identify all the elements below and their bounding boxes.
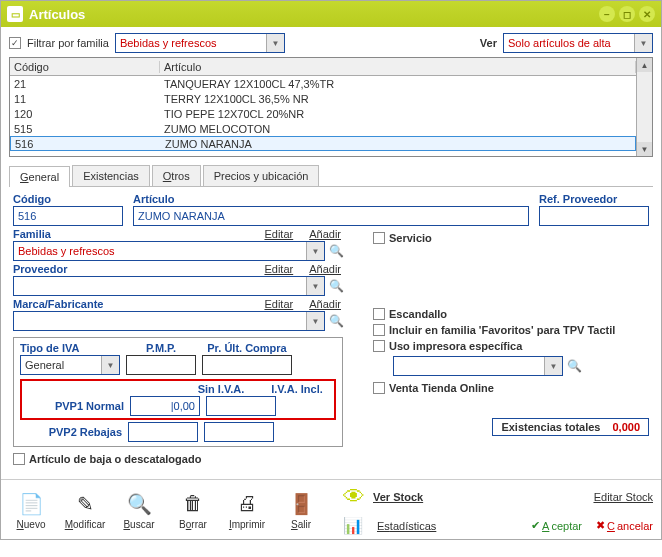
tab-precios[interactable]: Precios y ubicación — [203, 165, 320, 186]
sin-iva-label: Sin I.V.A. — [186, 383, 256, 395]
baja-label: Artículo de baja o descatalogado — [29, 453, 201, 465]
ref-proveedor-label: Ref. Proveedor — [539, 193, 649, 205]
borrar-button[interactable]: 🗑Borrar — [171, 490, 215, 530]
pvp1-label: PVP1 Normal — [24, 400, 124, 412]
pvp2-label: PVP2 Rebajas — [20, 426, 122, 438]
chevron-down-icon: ▼ — [266, 34, 284, 52]
escandallo-checkbox[interactable] — [373, 308, 385, 320]
articulo-input[interactable]: ZUMO NARANJA — [133, 206, 529, 226]
pvp2-sin-iva-input[interactable] — [128, 422, 198, 442]
table-row-selected[interactable]: 516ZUMO NARANJA — [10, 136, 636, 151]
cancelar-button[interactable]: ✖Cancelar — [596, 519, 653, 532]
proveedor-anadir-link[interactable]: Añadir — [309, 263, 341, 276]
articulo-label: Artículo — [133, 193, 529, 205]
baja-checkbox[interactable] — [13, 453, 25, 465]
tienda-online-checkbox[interactable] — [373, 382, 385, 394]
ref-proveedor-input[interactable] — [539, 206, 649, 226]
modificar-button[interactable]: ✎Modificar — [63, 490, 107, 530]
tab-existencias[interactable]: Existencias — [72, 165, 150, 186]
aceptar-button[interactable]: ✔Aceptar — [531, 519, 582, 532]
salir-button[interactable]: 🚪Salir — [279, 490, 323, 530]
chevron-down-icon: ▼ — [306, 242, 324, 260]
maximize-button[interactable]: ◻ — [619, 6, 635, 22]
ver-label: Ver — [480, 37, 497, 49]
chevron-down-icon: ▼ — [634, 34, 652, 52]
pmp-label: P.M.P. — [126, 342, 196, 354]
marca-editar-link[interactable]: Editar — [264, 298, 293, 311]
imprimir-button[interactable]: 🖨Imprimir — [225, 490, 269, 530]
articles-table: Código Artículo 21TANQUERAY 12X100CL 47,… — [9, 57, 653, 157]
servicio-checkbox[interactable] — [373, 232, 385, 244]
ult-compra-label: Pr. Últ. Compra — [202, 342, 292, 354]
filter-by-family-label: Filtrar por familia — [27, 37, 109, 49]
proveedor-label: Proveedor — [13, 263, 264, 275]
cross-icon: ✖ — [596, 519, 605, 532]
window-title: Artículos — [29, 7, 595, 22]
table-row[interactable]: 21TANQUERAY 12X100CL 47,3%TR — [10, 76, 636, 91]
chevron-down-icon: ▼ — [101, 356, 119, 374]
scroll-up-icon[interactable]: ▲ — [637, 58, 652, 72]
family-filter-select[interactable]: Bebidas y refrescos ▼ — [115, 33, 285, 53]
chart-icon: 📊 — [343, 516, 363, 535]
servicio-label: Servicio — [389, 232, 432, 244]
table-row[interactable]: 515ZUMO MELOCOTON — [10, 121, 636, 136]
familia-editar-link[interactable]: Editar — [264, 228, 293, 241]
estadisticas-link[interactable]: Estadísticas — [377, 520, 436, 532]
familia-select[interactable]: Bebidas y refrescos▼ — [13, 241, 325, 261]
existencias-totales-box: Existencias totales 0,000 — [492, 418, 649, 436]
proveedor-select[interactable]: ▼ — [13, 276, 325, 296]
tab-otros[interactable]: Otros — [152, 165, 201, 186]
ver-stock-link[interactable]: Ver Stock — [373, 491, 423, 503]
editar-stock-link[interactable]: Editar Stock — [594, 491, 653, 503]
marca-anadir-link[interactable]: Añadir — [309, 298, 341, 311]
impresora-label: Uso impresora específica — [389, 340, 522, 352]
pvp1-iva-incl-input[interactable] — [206, 396, 276, 416]
search-icon[interactable]: 🔍 — [329, 244, 343, 258]
table-row[interactable]: 120TIO PEPE 12X70CL 20%NR — [10, 106, 636, 121]
marca-select[interactable]: ▼ — [13, 311, 325, 331]
nuevo-button[interactable]: 📄Nuevo — [9, 490, 53, 530]
pvp1-sin-iva-input[interactable]: | 0,00 — [130, 396, 200, 416]
close-button[interactable]: ✕ — [639, 6, 655, 22]
tipo-iva-select[interactable]: General▼ — [20, 355, 120, 375]
tab-general[interactable]: General — [9, 166, 70, 187]
exit-icon: 🚪 — [287, 490, 315, 518]
codigo-input[interactable]: 516 — [13, 206, 123, 226]
chevron-down-icon: ▼ — [544, 357, 562, 375]
titlebar: ▭ Artículos − ◻ ✕ — [1, 1, 661, 27]
impresora-checkbox[interactable] — [373, 340, 385, 352]
scroll-down-icon[interactable]: ▼ — [637, 142, 652, 156]
familia-label: Familia — [13, 228, 264, 240]
printer-icon: 🖨 — [233, 490, 261, 518]
table-scrollbar[interactable]: ▲ ▼ — [636, 58, 652, 156]
tienda-online-label: Venta Tienda Online — [389, 382, 494, 394]
search-icon[interactable]: 🔍 — [329, 279, 343, 293]
search-icon[interactable]: 🔍 — [567, 359, 581, 373]
table-row[interactable]: 11TERRY 12X100CL 36,5% NR — [10, 91, 636, 106]
filter-by-family-checkbox[interactable]: ✓ — [9, 37, 21, 49]
col-articulo[interactable]: Artículo — [160, 61, 636, 73]
pvp2-iva-incl-input[interactable] — [204, 422, 274, 442]
search-icon[interactable]: 🔍 — [329, 314, 343, 328]
impresora-select[interactable]: ▼ — [393, 356, 563, 376]
ult-compra-input[interactable] — [202, 355, 292, 375]
iva-incl-label: I.V.A. Incl. — [262, 383, 332, 395]
favoritos-checkbox[interactable] — [373, 324, 385, 336]
app-icon: ▭ — [7, 6, 23, 22]
proveedor-editar-link[interactable]: Editar — [264, 263, 293, 276]
favoritos-label: Incluir en familia 'Favoritos' para TPV … — [389, 324, 615, 336]
minimize-button[interactable]: − — [599, 6, 615, 22]
chevron-down-icon: ▼ — [306, 312, 324, 330]
pmp-input[interactable] — [126, 355, 196, 375]
check-icon: ✔ — [531, 519, 540, 532]
pencil-icon: ✎ — [71, 490, 99, 518]
marca-label: Marca/Fabricante — [13, 298, 264, 310]
tipo-iva-label: Tipo de IVA — [20, 342, 120, 354]
existencias-totales-value: 0,000 — [612, 421, 640, 433]
buscar-button[interactable]: 🔍Buscar — [117, 490, 161, 530]
trash-icon: 🗑 — [179, 490, 207, 518]
ver-filter-select[interactable]: Solo artículos de alta ▼ — [503, 33, 653, 53]
escandallo-label: Escandallo — [389, 308, 447, 320]
familia-anadir-link[interactable]: Añadir — [309, 228, 341, 241]
col-codigo[interactable]: Código — [10, 61, 160, 73]
